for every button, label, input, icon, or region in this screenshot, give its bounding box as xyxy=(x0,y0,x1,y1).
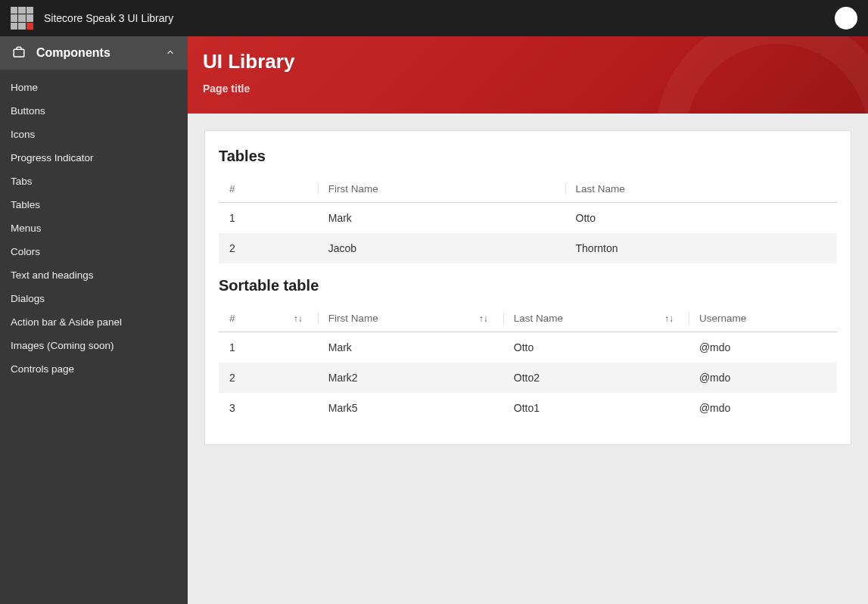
main: UI Library Page title Tables # First Nam… xyxy=(188,36,868,604)
sidebar-item-tabs[interactable]: Tabs xyxy=(0,170,188,193)
sidebar-item-progress-indicator[interactable]: Progress Indicator xyxy=(0,146,188,170)
sidebar-nav: Home Buttons Icons Progress Indicator Ta… xyxy=(0,70,188,387)
svg-rect-0 xyxy=(14,49,24,57)
table-row: 1 Mark Otto xyxy=(219,203,837,234)
tables-card: Tables # First Name Last Name 1 Mark xyxy=(204,130,851,445)
sort-icon: ↑↓ xyxy=(479,313,488,324)
tables-heading: Tables xyxy=(219,148,837,165)
page-subtitle: Page title xyxy=(203,83,853,95)
topbar-left: Sitecore Speak 3 UI Library xyxy=(11,7,173,30)
sidebar-item-images[interactable]: Images (Coming soon) xyxy=(0,334,188,357)
sortable-heading: Sortable table xyxy=(219,277,837,294)
briefcase-icon xyxy=(12,45,26,61)
table-row: 1 Mark Otto @mdo xyxy=(219,332,837,363)
sidebar-item-action-bar[interactable]: Action bar & Aside panel xyxy=(0,310,188,334)
sidebar: Components Home Buttons Icons Progress I… xyxy=(0,36,188,604)
col-first-name-sortable[interactable]: First Name↑↓ xyxy=(318,305,503,332)
sidebar-item-colors[interactable]: Colors xyxy=(0,240,188,263)
sidebar-item-menus[interactable]: Menus xyxy=(0,216,188,240)
sort-icon: ↑↓ xyxy=(294,313,303,324)
sort-icon: ↑↓ xyxy=(664,313,674,324)
sidebar-item-home[interactable]: Home xyxy=(0,76,188,99)
app-logo[interactable] xyxy=(11,7,33,30)
table-row: 2 Mark2 Otto2 @mdo xyxy=(219,363,837,393)
table-row: 3 Mark5 Otto1 @mdo xyxy=(219,393,837,423)
basic-table: # First Name Last Name 1 Mark Otto 2 xyxy=(219,176,837,263)
sidebar-item-dialogs[interactable]: Dialogs xyxy=(0,287,188,310)
sidebar-item-text-headings[interactable]: Text and headings xyxy=(0,263,188,287)
sidebar-header[interactable]: Components xyxy=(0,36,188,70)
sidebar-item-controls[interactable]: Controls page xyxy=(0,357,188,381)
col-index-sortable[interactable]: #↑↓ xyxy=(219,305,318,332)
col-username: Username xyxy=(689,305,837,332)
chevron-up-icon xyxy=(165,47,176,60)
col-first-name: First Name xyxy=(318,176,565,203)
sidebar-item-buttons[interactable]: Buttons xyxy=(0,99,188,123)
sidebar-title: Components xyxy=(36,46,110,60)
sidebar-item-icons[interactable]: Icons xyxy=(0,123,188,146)
col-last-name: Last Name xyxy=(565,176,837,203)
page-title: UI Library xyxy=(203,50,853,73)
topbar: Sitecore Speak 3 UI Library xyxy=(0,0,868,36)
page-hero: UI Library Page title xyxy=(188,36,868,114)
table-row: 2 Jacob Thornton xyxy=(219,233,837,263)
sortable-table: #↑↓ First Name↑↓ Last Name↑↓ Username xyxy=(219,305,837,423)
user-avatar[interactable] xyxy=(835,7,857,30)
app-title: Sitecore Speak 3 UI Library xyxy=(44,12,173,24)
col-last-name-sortable[interactable]: Last Name↑↓ xyxy=(503,305,689,332)
sidebar-item-tables[interactable]: Tables xyxy=(0,193,188,216)
col-index: # xyxy=(219,176,318,203)
content: Tables # First Name Last Name 1 Mark xyxy=(188,114,868,462)
